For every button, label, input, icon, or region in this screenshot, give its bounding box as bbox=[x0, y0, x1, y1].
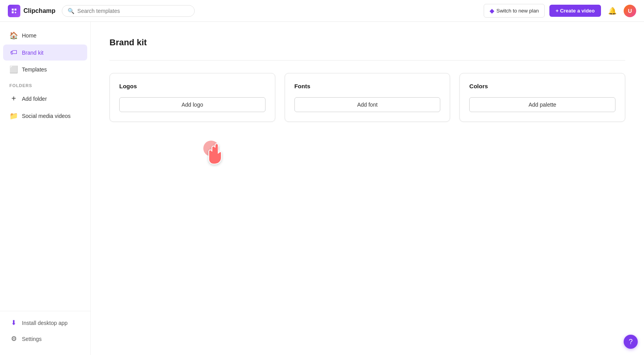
page-title: Brand kit bbox=[109, 37, 625, 48]
page-divider bbox=[109, 60, 625, 61]
sidebar-item-label-install: Install desktop app bbox=[22, 320, 68, 326]
fonts-card: Fonts Add font bbox=[285, 73, 450, 122]
header: Clipchamp 🔍 ◆ Switch to new plan + Creat… bbox=[0, 0, 644, 22]
body-wrap: 🏠 Home 🏷 Brand kit ⬜ Templates FOLDERS +… bbox=[0, 22, 644, 355]
sidebar-item-settings[interactable]: ⚙ Settings bbox=[3, 331, 87, 346]
sidebar-item-templates[interactable]: ⬜ Templates bbox=[3, 61, 87, 78]
diamond-icon: ◆ bbox=[490, 7, 494, 14]
add-folder-icon: + bbox=[9, 94, 18, 103]
fonts-card-title: Fonts bbox=[294, 83, 441, 89]
add-font-button[interactable]: Add font bbox=[294, 97, 441, 112]
folders-section-label: FOLDERS bbox=[0, 78, 90, 89]
sidebar-item-label-templates: Templates bbox=[22, 66, 47, 73]
search-icon: 🔍 bbox=[68, 8, 74, 14]
create-video-label: + Create a video bbox=[556, 8, 595, 14]
sidebar-item-label-social-media: Social media videos bbox=[22, 113, 71, 119]
logos-card-title: Logos bbox=[119, 83, 265, 89]
avatar-initials: U bbox=[628, 8, 632, 14]
colors-card-title: Colors bbox=[469, 83, 615, 89]
main-content: Brand kit Logos Add logo Fonts Add font … bbox=[91, 22, 644, 355]
cards-grid: Logos Add logo Fonts Add font Colors Add… bbox=[109, 73, 625, 122]
help-icon: ? bbox=[629, 338, 633, 346]
search-bar[interactable]: 🔍 bbox=[62, 5, 195, 17]
sidebar-item-home[interactable]: 🏠 Home bbox=[3, 27, 87, 44]
install-icon: ⬇ bbox=[9, 319, 18, 327]
sidebar-item-label-settings: Settings bbox=[22, 336, 42, 342]
logo-icon bbox=[8, 5, 20, 17]
folder-icon: 📁 bbox=[9, 112, 18, 120]
notifications-button[interactable]: 🔔 bbox=[606, 4, 619, 18]
sidebar-item-label-add-folder: Add folder bbox=[22, 96, 47, 102]
brand-kit-icon: 🏷 bbox=[9, 48, 18, 57]
colors-card: Colors Add palette bbox=[459, 73, 625, 122]
sidebar-bottom: ⬇ Install desktop app ⚙ Settings bbox=[0, 311, 90, 350]
sidebar-item-label-home: Home bbox=[22, 32, 36, 39]
sidebar-item-label-brand-kit: Brand kit bbox=[22, 50, 43, 56]
sidebar-item-social-media[interactable]: 📁 Social media videos bbox=[3, 108, 87, 124]
sidebar-item-add-folder[interactable]: + Add folder bbox=[3, 90, 87, 107]
home-icon: 🏠 bbox=[9, 31, 18, 40]
help-button[interactable]: ? bbox=[624, 335, 638, 349]
sidebar-nav: 🏠 Home 🏷 Brand kit ⬜ Templates FOLDERS +… bbox=[0, 27, 90, 311]
templates-icon: ⬜ bbox=[9, 65, 18, 74]
switch-plan-button[interactable]: ◆ Switch to new plan bbox=[484, 4, 545, 18]
add-palette-button[interactable]: Add palette bbox=[469, 97, 615, 112]
bell-icon: 🔔 bbox=[608, 7, 617, 15]
logo-area[interactable]: Clipchamp bbox=[8, 5, 56, 17]
sidebar-item-install[interactable]: ⬇ Install desktop app bbox=[3, 315, 87, 330]
logos-card: Logos Add logo bbox=[109, 73, 275, 122]
add-logo-button[interactable]: Add logo bbox=[119, 97, 265, 112]
settings-icon: ⚙ bbox=[9, 335, 18, 343]
create-video-button[interactable]: + Create a video bbox=[549, 5, 601, 17]
header-right: ◆ Switch to new plan + Create a video 🔔 … bbox=[484, 4, 636, 18]
header-left: Clipchamp 🔍 bbox=[8, 5, 195, 17]
switch-plan-label: Switch to new plan bbox=[497, 8, 539, 14]
sidebar-item-brand-kit[interactable]: 🏷 Brand kit bbox=[3, 45, 87, 61]
logo-text: Clipchamp bbox=[23, 7, 56, 14]
search-input[interactable] bbox=[77, 8, 189, 14]
avatar[interactable]: U bbox=[624, 5, 636, 17]
sidebar: 🏠 Home 🏷 Brand kit ⬜ Templates FOLDERS +… bbox=[0, 22, 91, 355]
